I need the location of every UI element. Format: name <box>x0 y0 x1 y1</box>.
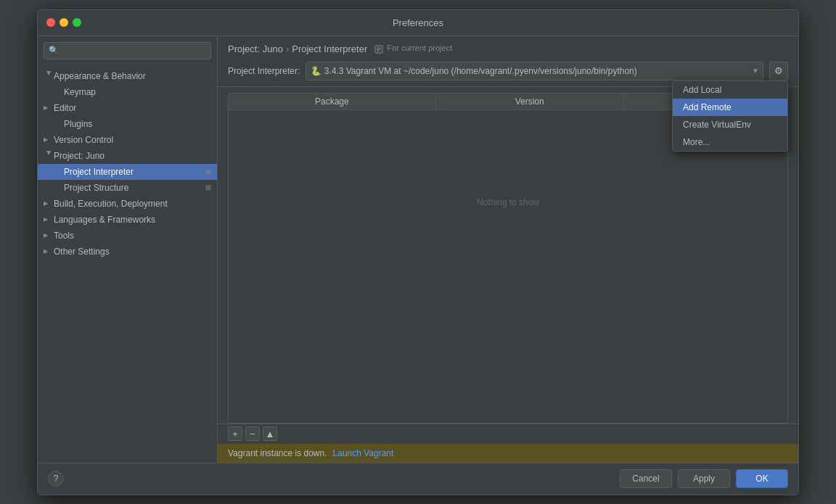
col-version: Version <box>435 94 623 110</box>
expand-arrow: ▶ <box>46 71 52 81</box>
ok-button[interactable]: OK <box>736 469 788 488</box>
expand-arrow: ▶ <box>44 216 54 223</box>
col-package: Package <box>229 94 435 110</box>
sidebar: 🔍 ▶ Appearance & Behavior Keymap ▶ Edito… <box>38 36 218 463</box>
expand-arrow: ▶ <box>44 200 54 207</box>
expand-arrow: ▶ <box>44 136 54 143</box>
minimize-button[interactable] <box>60 18 68 27</box>
sidebar-item-project-structure[interactable]: Project Structure ⊞ <box>38 180 217 196</box>
expand-arrow <box>54 168 64 175</box>
gear-button[interactable]: ⚙ <box>769 62 788 80</box>
sidebar-item-project-interpreter[interactable]: Project Interpreter ⊞ <box>38 164 217 180</box>
breadcrumb: Project: Juno › Project Interpreter For … <box>228 44 788 54</box>
search-icon: 🔍 <box>49 46 59 55</box>
dropdown-add-local[interactable]: Add Local <box>673 81 787 99</box>
breadcrumb-note: For current project <box>374 44 452 53</box>
sidebar-item-other-settings[interactable]: ▶ Other Settings <box>38 244 217 260</box>
sidebar-item-version-control[interactable]: ▶ Version Control <box>38 132 217 148</box>
sidebar-item-label: Project Structure <box>64 183 128 193</box>
search-box[interactable]: 🔍 <box>44 42 211 59</box>
sidebar-item-build-execution[interactable]: ▶ Build, Execution, Deployment <box>38 196 217 212</box>
bottom-toolbar: + − ▲ <box>218 424 798 444</box>
dropdown-create-virtualenv[interactable]: Create VirtualEnv <box>673 116 787 133</box>
help-button[interactable]: ? <box>48 471 64 487</box>
window-controls <box>46 18 81 27</box>
breadcrumb-project: Project: Juno <box>228 44 283 54</box>
main-content: 🔍 ▶ Appearance & Behavior Keymap ▶ Edito… <box>38 36 798 463</box>
expand-arrow <box>54 88 64 95</box>
footer-right: Cancel Apply OK <box>620 469 788 488</box>
sidebar-item-label: Languages & Frameworks <box>54 215 155 225</box>
sidebar-item-label: Editor <box>54 103 76 113</box>
sidebar-item-appearance-behavior[interactable]: ▶ Appearance & Behavior <box>38 68 217 84</box>
breadcrumb-section: Project Interpreter <box>292 44 367 54</box>
expand-arrow: ▶ <box>44 248 54 255</box>
sidebar-item-label: Version Control <box>54 135 113 145</box>
window-title: Preferences <box>393 17 443 28</box>
panel-header: Project: Juno › Project Interpreter For … <box>218 36 798 87</box>
sidebar-item-label: Plugins <box>64 119 92 129</box>
expand-arrow: ▶ <box>46 151 52 161</box>
sidebar-item-label: Project Interpreter <box>64 167 134 177</box>
interpreter-select[interactable]: 🐍 3.4.3 Vagrant VM at ~/code/juno (/home… <box>306 62 763 80</box>
copy-icon: ⊞ <box>205 168 211 175</box>
remove-package-button[interactable]: − <box>245 426 260 441</box>
sidebar-item-editor[interactable]: ▶ Editor <box>38 100 217 116</box>
footer-left: ? <box>48 471 64 487</box>
sidebar-item-plugins[interactable]: Plugins <box>38 116 217 132</box>
right-panel: Project: Juno › Project Interpreter For … <box>218 36 798 463</box>
expand-arrow: ▶ <box>44 232 54 239</box>
sidebar-item-keymap[interactable]: Keymap <box>38 84 217 100</box>
dropdown-more[interactable]: More... <box>673 133 787 151</box>
title-bar: Preferences <box>38 10 798 36</box>
gear-dropdown-container: ⚙ Add Local Add Remote Create VirtualEnv… <box>769 62 788 80</box>
sidebar-item-label: Tools <box>54 231 74 241</box>
sidebar-item-label: Appearance & Behavior <box>54 71 146 81</box>
expand-arrow <box>54 120 64 127</box>
preferences-window: Preferences 🔍 ▶ Appearance & Behavior Ke… <box>37 9 799 495</box>
dropdown-add-remote[interactable]: Add Remote <box>673 99 787 116</box>
cancel-button[interactable]: Cancel <box>620 469 672 488</box>
upgrade-package-button[interactable]: ▲ <box>263 426 277 441</box>
breadcrumb-separator: › <box>286 44 289 54</box>
interpreter-select-wrap: 🐍 3.4.3 Vagrant VM at ~/code/juno (/home… <box>306 62 763 80</box>
interpreter-label: Project Interpreter: <box>228 66 300 76</box>
dropdown-menu: Add Local Add Remote Create VirtualEnv M… <box>672 80 788 152</box>
footer: ? Cancel Apply OK <box>38 463 798 495</box>
status-text: Vagrant instance is down. <box>228 448 327 458</box>
apply-button[interactable]: Apply <box>678 469 730 488</box>
sidebar-item-label: Project: Juno <box>54 151 104 161</box>
sidebar-item-project-juno[interactable]: ▶ Project: Juno <box>38 148 217 164</box>
sidebar-item-label: Keymap <box>64 87 96 97</box>
add-package-button[interactable]: + <box>228 426 242 441</box>
maximize-button[interactable] <box>73 18 81 27</box>
sidebar-item-label: Build, Execution, Deployment <box>54 199 168 209</box>
expand-arrow: ▶ <box>44 104 54 111</box>
sidebar-item-label: Other Settings <box>54 247 110 257</box>
close-button[interactable] <box>46 18 55 27</box>
sidebar-item-languages-frameworks[interactable]: ▶ Languages & Frameworks <box>38 212 217 228</box>
search-input[interactable] <box>62 46 206 56</box>
expand-arrow <box>54 184 64 191</box>
note-icon <box>374 45 383 54</box>
interpreter-row: Project Interpreter: 🐍 3.4.3 Vagrant VM … <box>228 62 788 80</box>
launch-vagrant-link[interactable]: Launch Vagrant <box>333 448 394 458</box>
status-bar: Vagrant instance is down. Launch Vagrant <box>218 444 798 463</box>
copy-icon: ⊞ <box>205 183 211 191</box>
sidebar-nav: ▶ Appearance & Behavior Keymap ▶ Editor … <box>38 65 217 463</box>
sidebar-item-tools[interactable]: ▶ Tools <box>38 228 217 244</box>
